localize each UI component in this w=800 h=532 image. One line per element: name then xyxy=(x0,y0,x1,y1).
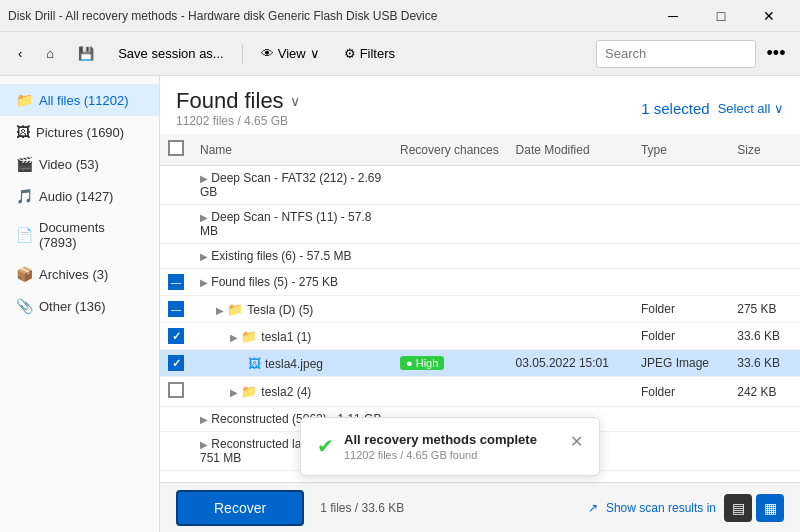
video-icon: 🎬 xyxy=(16,156,33,172)
show-scan-results[interactable]: ↗ Show scan results in ▤ ▦ xyxy=(588,494,784,522)
row-checkbox-cell[interactable] xyxy=(160,377,192,407)
row-checkbox[interactable] xyxy=(168,382,184,398)
row-expand-icon[interactable]: ▶ xyxy=(200,173,208,184)
minimize-button[interactable]: ─ xyxy=(650,0,696,32)
maximize-button[interactable]: □ xyxy=(698,0,744,32)
disk-icon: 💾 xyxy=(78,46,94,61)
sidebar-item-documents[interactable]: 📄 Documents (7893) xyxy=(0,212,159,258)
sidebar-item-label: Documents (7893) xyxy=(39,220,143,250)
row-expand-icon[interactable]: ▶ xyxy=(200,414,208,425)
row-type xyxy=(633,269,729,296)
row-expand-icon[interactable]: ▶ xyxy=(200,439,208,450)
pictures-icon: 🖼 xyxy=(16,124,30,140)
sidebar-item-pictures[interactable]: 🖼 Pictures (1690) xyxy=(0,116,159,148)
row-chances xyxy=(392,269,508,296)
header-checkbox-cell[interactable] xyxy=(160,134,192,166)
row-name[interactable]: ▶ Found files (5) - 275 KB xyxy=(192,269,392,296)
scan-icon-dark: ▤ xyxy=(724,494,752,522)
view-button[interactable]: 👁 View ∨ xyxy=(251,38,330,70)
row-checkbox-cell[interactable] xyxy=(160,244,192,269)
row-name[interactable]: 🖼tesla4.jpeg xyxy=(192,350,392,377)
sidebar-item-audio[interactable]: 🎵 Audio (1427) xyxy=(0,180,159,212)
row-checkbox[interactable] xyxy=(168,274,184,290)
row-checkbox-cell[interactable] xyxy=(160,350,192,377)
row-expand-icon[interactable]: ▶ xyxy=(216,305,224,316)
row-filename: tesla4.jpeg xyxy=(265,357,323,371)
row-expand-icon[interactable]: ▶ xyxy=(200,212,208,223)
filters-button[interactable]: ⚙ Filters xyxy=(334,38,405,70)
disk-button[interactable]: 💾 xyxy=(68,38,104,70)
chances-badge: ● High xyxy=(400,356,444,370)
folder-icon: 📁 xyxy=(241,384,257,399)
notification-body: All recovery methods complete 11202 file… xyxy=(344,432,560,461)
row-expand-icon[interactable]: ▶ xyxy=(230,332,238,343)
row-checkbox-cell[interactable] xyxy=(160,296,192,323)
home-button[interactable]: ⌂ xyxy=(36,38,64,70)
row-filename: tesla1 (1) xyxy=(261,330,311,344)
sidebar-item-label: All files (11202) xyxy=(39,93,129,108)
notification-close-button[interactable]: ✕ xyxy=(570,432,583,451)
more-button[interactable]: ••• xyxy=(760,38,792,70)
row-date xyxy=(508,166,633,205)
sidebar-item-video[interactable]: 🎬 Video (53) xyxy=(0,148,159,180)
sidebar: 📁 All files (11202) 🖼 Pictures (1690) 🎬 … xyxy=(0,76,160,532)
row-size: 275 KB xyxy=(729,296,800,323)
folder-icon: 📁 xyxy=(241,329,257,344)
notification-banner: ✔ All recovery methods complete 11202 fi… xyxy=(300,417,600,476)
select-all-button[interactable]: Select all ∨ xyxy=(718,101,784,116)
sidebar-item-label: Video (53) xyxy=(39,157,99,172)
scan-icon-blue: ▦ xyxy=(756,494,784,522)
row-checkbox[interactable] xyxy=(168,328,184,344)
bottom-bar: Recover 1 files / 33.6 KB ↗ Show scan re… xyxy=(160,482,800,532)
row-expand-icon[interactable]: ▶ xyxy=(230,387,238,398)
row-name[interactable]: ▶ Existing files (6) - 57.5 MB xyxy=(192,244,392,269)
row-filename: Tesla (D) (5) xyxy=(247,303,313,317)
row-checkbox[interactable] xyxy=(168,301,184,317)
back-button[interactable]: ‹ xyxy=(8,38,32,70)
row-name[interactable]: ▶ Deep Scan - FAT32 (212) - 2.69 GB xyxy=(192,166,392,205)
row-expand-icon[interactable]: ▶ xyxy=(200,251,208,262)
titlebar-controls: ─ □ ✕ xyxy=(650,0,792,32)
sidebar-item-other[interactable]: 📎 Other (136) xyxy=(0,290,159,322)
row-checkbox-cell[interactable] xyxy=(160,205,192,244)
documents-icon: 📄 xyxy=(16,227,33,243)
row-name[interactable]: ▶ 📁tesla1 (1) xyxy=(192,323,392,350)
row-name[interactable]: ▶ 📁Tesla (D) (5) xyxy=(192,296,392,323)
row-size xyxy=(729,432,800,471)
row-expand-icon[interactable]: ▶ xyxy=(200,277,208,288)
search-input[interactable] xyxy=(596,40,756,68)
audio-icon: 🎵 xyxy=(16,188,33,204)
sidebar-item-all[interactable]: 📁 All files (11202) xyxy=(0,84,159,116)
row-chances xyxy=(392,244,508,269)
table-row: ▶ Deep Scan - FAT32 (212) - 2.69 GB xyxy=(160,166,800,205)
recover-button[interactable]: Recover xyxy=(176,490,304,526)
row-chances xyxy=(392,205,508,244)
row-checkbox-cell[interactable] xyxy=(160,407,192,432)
notification-check-icon: ✔ xyxy=(317,434,334,458)
row-checkbox-cell[interactable] xyxy=(160,323,192,350)
scan-icon-group: ▤ ▦ xyxy=(724,494,784,522)
row-checkbox-cell[interactable] xyxy=(160,269,192,296)
row-checkbox[interactable] xyxy=(168,355,184,371)
sidebar-item-archives[interactable]: 📦 Archives (3) xyxy=(0,258,159,290)
show-scan-link-icon: ↗ xyxy=(588,501,598,515)
row-name[interactable]: ▶ Deep Scan - NTFS (11) - 57.8 MB xyxy=(192,205,392,244)
column-header-name: Name xyxy=(192,134,392,166)
content-header: Found files ∨ 11202 files / 4.65 GB 1 se… xyxy=(160,76,800,134)
row-checkbox-cell[interactable] xyxy=(160,432,192,471)
header-checkbox[interactable] xyxy=(168,140,184,156)
row-name[interactable]: ▶ 📁tesla2 (4) xyxy=(192,377,392,407)
row-type: Folder xyxy=(633,323,729,350)
archives-icon: 📦 xyxy=(16,266,33,282)
row-size: 33.6 KB xyxy=(729,323,800,350)
close-button[interactable]: ✕ xyxy=(746,0,792,32)
page-title: Found files xyxy=(176,88,284,114)
row-filename: tesla2 (4) xyxy=(261,385,311,399)
row-type xyxy=(633,432,729,471)
save-session-button[interactable]: Save session as... xyxy=(108,38,234,70)
sidebar-item-label: Pictures (1690) xyxy=(36,125,124,140)
row-size: 33.6 KB xyxy=(729,350,800,377)
row-type xyxy=(633,166,729,205)
title-dropdown-icon[interactable]: ∨ xyxy=(290,93,300,109)
row-checkbox-cell[interactable] xyxy=(160,166,192,205)
